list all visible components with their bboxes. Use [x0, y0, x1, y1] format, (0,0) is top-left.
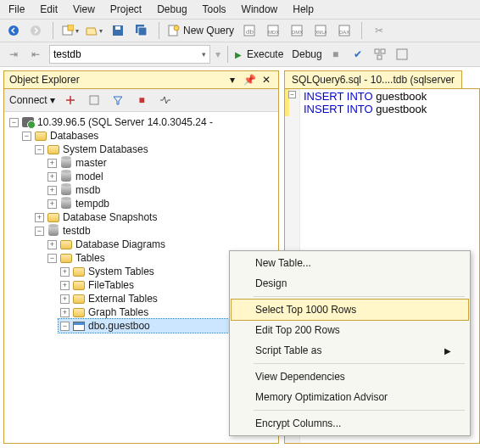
tree-server[interactable]: − 10.39.96.5 (SQL Server 14.0.3045.24 -	[8, 115, 278, 129]
script-icon-1[interactable]: db	[241, 22, 258, 39]
tree-db-model[interactable]: +model	[46, 170, 278, 183]
label: Tables	[75, 252, 105, 264]
label: dbo.guestboo	[88, 320, 150, 332]
svg-text:MDX: MDX	[268, 30, 279, 35]
dax-icon[interactable]: DAX	[336, 22, 353, 39]
expand-icon[interactable]: +	[60, 267, 70, 277]
collapse-icon[interactable]: −	[47, 254, 57, 263]
chevron-down-icon: ▾	[202, 50, 206, 59]
menu-edit-top-200[interactable]: Edit Top 200 Rows	[232, 320, 468, 340]
stop2-icon[interactable]: ■	[133, 92, 150, 109]
open-icon[interactable]	[86, 22, 103, 39]
execute-button[interactable]: Execute	[247, 48, 283, 60]
editor-tab[interactable]: SQLQuery6.sql - 10....tdb (sqlserver	[284, 70, 462, 88]
stop-icon[interactable]: ■	[327, 46, 344, 63]
menu-project[interactable]: Project	[110, 3, 142, 15]
menu-bar: File Edit View Project Debug Tools Windo…	[0, 0, 480, 20]
svg-text:DAX: DAX	[339, 30, 349, 35]
tree-system-databases[interactable]: − System Databases	[33, 143, 278, 156]
outdent-icon[interactable]: ⇤	[27, 46, 44, 63]
tree-db-msdb[interactable]: +msdb	[46, 183, 278, 197]
menu-help[interactable]: Help	[293, 3, 314, 15]
pin-icon[interactable]: 📌	[243, 74, 256, 86]
database-value[interactable]	[53, 48, 189, 60]
menu-new-table[interactable]: New Table...	[232, 253, 468, 273]
debug-button[interactable]: Debug	[292, 48, 321, 60]
label: System Tables	[88, 266, 154, 277]
expand-icon[interactable]: +	[47, 240, 57, 249]
folder-icon	[73, 267, 85, 277]
tree-db-master[interactable]: +master	[46, 156, 278, 170]
plan-icon[interactable]	[371, 46, 388, 63]
svg-point-1	[31, 25, 41, 36]
menu-view-dependencies[interactable]: View Dependencies	[232, 367, 468, 387]
svg-rect-3	[68, 25, 74, 31]
expand-icon[interactable]: +	[60, 308, 70, 317]
expand-icon[interactable]: +	[60, 281, 70, 290]
cut-icon[interactable]: ✂	[371, 22, 388, 39]
tree-databases[interactable]: − Databases	[20, 129, 278, 143]
expand-icon[interactable]: +	[47, 199, 57, 209]
menu-edit[interactable]: Edit	[40, 3, 58, 15]
menu-memory-advisor[interactable]: Memory Optimization Advisor	[232, 387, 468, 407]
nav-fwd-icon[interactable]	[27, 22, 44, 39]
database-dropdown[interactable]: ▾	[49, 45, 210, 64]
nav-back-icon[interactable]	[5, 22, 22, 39]
submenu-arrow-icon: ▶	[444, 346, 451, 356]
dropdown-icon[interactable]: ▾	[226, 74, 239, 86]
new-query-button[interactable]: New Query	[168, 22, 234, 39]
collapse-icon[interactable]: −	[22, 132, 31, 141]
collapse-icon[interactable]: −	[35, 145, 44, 154]
menu-file[interactable]: File	[8, 3, 25, 15]
menu-design[interactable]: Design	[232, 273, 468, 294]
indent-icon[interactable]: ⇥	[5, 46, 22, 63]
xmla-icon[interactable]: XMLA	[312, 22, 329, 39]
table-icon	[73, 322, 85, 331]
menu-select-top-1000[interactable]: Select Top 1000 Rows	[232, 300, 468, 320]
mdx-icon[interactable]: MDX	[265, 22, 282, 39]
folder-icon	[60, 254, 72, 263]
save-all-icon[interactable]	[133, 22, 150, 39]
stats-icon[interactable]	[393, 46, 410, 63]
execute-icon[interactable]: ▶	[235, 50, 242, 59]
label: Database Diagrams	[75, 238, 165, 250]
menu-script-table-as[interactable]: Script Table as▶	[232, 340, 468, 361]
expand-icon[interactable]: +	[47, 186, 57, 195]
tree-db-tempdb[interactable]: +tempdb	[46, 197, 278, 210]
save-icon[interactable]	[109, 22, 126, 39]
separator	[254, 363, 465, 364]
dmx-icon[interactable]: DMX	[288, 22, 305, 39]
tree-snapshots[interactable]: +Database Snapshots	[33, 210, 278, 224]
disconnect-icon[interactable]	[62, 92, 79, 109]
collapse-icon[interactable]: −	[35, 227, 44, 236]
expand-icon[interactable]: +	[47, 172, 57, 182]
expand-icon[interactable]: +	[60, 294, 70, 304]
menu-debug[interactable]: Debug	[157, 3, 187, 15]
close-icon[interactable]: ✕	[260, 74, 273, 86]
expand-icon[interactable]: +	[47, 159, 57, 168]
filter-icon[interactable]	[109, 92, 126, 109]
tree-diagrams[interactable]: +Database Diagrams	[46, 238, 278, 251]
fold-icon[interactable]: −	[288, 91, 296, 98]
refresh-icon[interactable]	[86, 92, 103, 109]
database-icon	[61, 158, 71, 168]
label: Database Snapshots	[63, 211, 157, 223]
menu-encrypt-columns[interactable]: Encrypt Columns...	[232, 413, 468, 434]
collapse-icon[interactable]: −	[60, 322, 70, 331]
collapse-icon[interactable]: −	[9, 118, 19, 127]
tree-user-db[interactable]: −testdb	[33, 224, 278, 238]
separator	[254, 296, 465, 297]
menu-tools[interactable]: Tools	[203, 3, 226, 15]
svg-rect-5	[115, 26, 120, 30]
label: testdb	[63, 225, 91, 237]
connect-button[interactable]: Connect ▾	[9, 94, 55, 106]
expand-icon[interactable]: +	[35, 213, 44, 222]
divider	[53, 22, 53, 39]
activity-icon[interactable]	[157, 92, 174, 109]
menu-view[interactable]: View	[73, 3, 95, 15]
parse-icon[interactable]: ✔	[349, 46, 366, 63]
svg-rect-22	[377, 55, 382, 59]
new-project-icon[interactable]	[62, 22, 79, 39]
folder-icon	[35, 132, 47, 141]
menu-window[interactable]: Window	[242, 3, 278, 15]
